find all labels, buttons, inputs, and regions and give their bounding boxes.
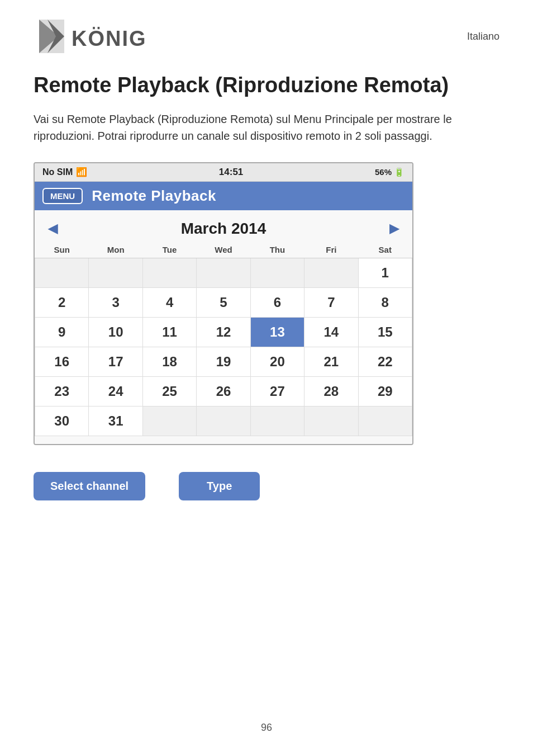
status-right: 56% 🔋: [375, 167, 404, 177]
calendar-day[interactable]: 10: [89, 317, 142, 347]
type-button[interactable]: Type: [179, 472, 260, 500]
nav-bar: MENU Remote Playback: [35, 182, 412, 210]
calendar-day[interactable]: [35, 258, 89, 287]
calendar-day[interactable]: 17: [89, 347, 142, 376]
day-header-mon: Mon: [89, 242, 142, 258]
calendar-day[interactable]: 16: [35, 347, 89, 376]
calendar-day[interactable]: 13: [250, 317, 304, 347]
next-month-button[interactable]: ▶: [384, 219, 404, 238]
day-header-sun: Sun: [35, 242, 89, 258]
battery-percent: 56%: [375, 167, 392, 177]
description-text: Vai su Remote Playback (Riproduzione Rem…: [34, 111, 492, 144]
calendar-day[interactable]: [142, 406, 196, 436]
battery-icon: 🔋: [394, 167, 404, 177]
bottom-buttons: Select channel Type: [34, 472, 260, 500]
calendar-day[interactable]: [197, 258, 250, 287]
day-header-tue: Tue: [142, 242, 196, 258]
calendar-day[interactable]: 11: [142, 317, 196, 347]
wifi-icon: 📶: [76, 167, 87, 177]
calendar-day[interactable]: 14: [304, 317, 358, 347]
status-bar: No SIM 📶 14:51 56% 🔋: [35, 163, 412, 182]
calendar-day[interactable]: 24: [89, 376, 142, 406]
calendar-day[interactable]: 1: [358, 258, 412, 287]
status-left: No SIM 📶: [42, 167, 87, 177]
calendar-day[interactable]: 22: [358, 347, 412, 376]
calendar-day[interactable]: 6: [250, 287, 304, 317]
calendar-day[interactable]: 3: [89, 287, 142, 317]
calendar-day[interactable]: 26: [197, 376, 250, 406]
konig-logo: KÖNIG: [34, 17, 156, 56]
header: KÖNIG Italiano: [34, 17, 499, 56]
calendar-day[interactable]: [89, 258, 142, 287]
calendar-day[interactable]: 7: [304, 287, 358, 317]
calendar-day[interactable]: 12: [197, 317, 250, 347]
calendar: ◀ March 2014 ▶ Sun Mon Tue Wed Thu Fri S…: [35, 210, 412, 444]
calendar-day[interactable]: 8: [358, 287, 412, 317]
page-title: Remote Playback (Riproduzione Remota): [34, 73, 449, 98]
calendar-day[interactable]: 2: [35, 287, 89, 317]
calendar-day[interactable]: [197, 406, 250, 436]
calendar-day[interactable]: 23: [35, 376, 89, 406]
calendar-day[interactable]: 18: [142, 347, 196, 376]
calendar-day[interactable]: 28: [304, 376, 358, 406]
calendar-grid: Sun Mon Tue Wed Thu Fri Sat 123456789101…: [35, 242, 412, 436]
calendar-day[interactable]: 5: [197, 287, 250, 317]
calendar-day[interactable]: 30: [35, 406, 89, 436]
day-header-wed: Wed: [197, 242, 250, 258]
nav-title: Remote Playback: [92, 187, 216, 205]
phone-mockup: No SIM 📶 14:51 56% 🔋 MENU Remote Playbac…: [34, 162, 413, 445]
calendar-day[interactable]: [358, 406, 412, 436]
calendar-month-year: March 2014: [181, 220, 266, 238]
calendar-day[interactable]: 19: [197, 347, 250, 376]
calendar-day[interactable]: 21: [304, 347, 358, 376]
calendar-day[interactable]: 9: [35, 317, 89, 347]
language-label: Italiano: [467, 31, 499, 42]
menu-button[interactable]: MENU: [42, 188, 83, 204]
calendar-day[interactable]: [142, 258, 196, 287]
calendar-day[interactable]: 4: [142, 287, 196, 317]
page-wrapper: KÖNIG Italiano Remote Playback (Riproduz…: [0, 0, 533, 756]
day-header-fri: Fri: [304, 242, 358, 258]
carrier-label: No SIM: [42, 167, 73, 177]
day-header-sat: Sat: [358, 242, 412, 258]
calendar-day[interactable]: [250, 258, 304, 287]
calendar-day[interactable]: [304, 258, 358, 287]
calendar-day[interactable]: 27: [250, 376, 304, 406]
prev-month-button[interactable]: ◀: [42, 219, 63, 238]
day-header-thu: Thu: [250, 242, 304, 258]
calendar-header: ◀ March 2014 ▶: [35, 216, 412, 242]
svg-text:KÖNIG: KÖNIG: [72, 27, 147, 50]
select-channel-button[interactable]: Select channel: [34, 472, 145, 500]
calendar-day[interactable]: [304, 406, 358, 436]
calendar-day[interactable]: 25: [142, 376, 196, 406]
calendar-day[interactable]: 20: [250, 347, 304, 376]
calendar-day[interactable]: 29: [358, 376, 412, 406]
calendar-day[interactable]: [250, 406, 304, 436]
status-time: 14:51: [219, 167, 243, 178]
page-number: 96: [34, 722, 499, 734]
calendar-day[interactable]: 31: [89, 406, 142, 436]
calendar-day[interactable]: 15: [358, 317, 412, 347]
logo-area: KÖNIG: [34, 17, 156, 56]
